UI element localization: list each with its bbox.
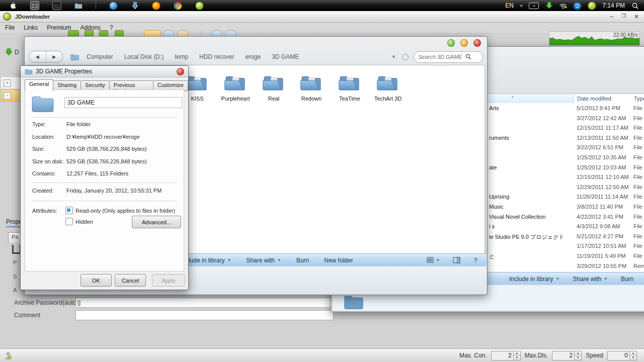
view-options-button[interactable]: ▼ xyxy=(427,257,440,263)
address-dropdown-icon[interactable]: ▼ xyxy=(391,54,396,59)
language-indicator[interactable]: EN xyxy=(505,2,514,9)
command-bar-items: Include in library▼Share with▼BurnNew fo… xyxy=(509,276,644,283)
file-manager-icon[interactable] xyxy=(74,2,83,10)
comment-field[interactable] xyxy=(75,310,334,320)
expand-icon[interactable]: + xyxy=(4,79,11,87)
reconnect-icon[interactable] xyxy=(4,351,12,359)
navigation-buttons: ◀ ▶ xyxy=(29,51,63,63)
column-header-type[interactable]: Type xyxy=(634,96,644,102)
apple-icon[interactable] xyxy=(9,2,17,10)
search-input[interactable] xyxy=(417,53,465,60)
command-burn[interactable]: Burn xyxy=(296,257,309,264)
folder-tile-purpleheart[interactable]: Purpleheart xyxy=(216,74,255,102)
help-icon[interactable]: ? xyxy=(473,256,477,264)
spinner-up-icon[interactable]: ▲ xyxy=(630,351,636,356)
window-minimize-icon[interactable] xyxy=(447,39,455,47)
cancel-button[interactable]: Cancel xyxy=(115,274,146,287)
firefox-icon[interactable] xyxy=(152,2,160,10)
spinner-down-icon[interactable]: ▼ xyxy=(514,356,520,360)
spinner-max-dls: 2▲▼ xyxy=(552,351,582,360)
clock[interactable]: 7:14 PM xyxy=(602,2,625,9)
terminal-icon[interactable]: ›_ xyxy=(52,1,61,10)
advanced-button[interactable]: Advanced... xyxy=(132,216,181,228)
separator xyxy=(31,183,178,183)
command-burn[interactable]: Burn xyxy=(621,276,633,283)
close-icon[interactable]: ✕ xyxy=(634,13,639,20)
jdownloader-titlebar[interactable]: JDownloader – ❐ ✕ xyxy=(0,11,644,23)
spinner-up-icon[interactable]: ▲ xyxy=(575,351,581,356)
breadcrumb-item-local-disk-d[interactable]: Local Disk (D:) xyxy=(124,53,164,60)
file-name: ruments xyxy=(489,135,509,141)
command-new-folder[interactable]: New folder xyxy=(324,257,353,264)
field-label-fragment-1: P xyxy=(13,259,17,265)
command-include-in-library[interactable]: Include in library▼ xyxy=(509,276,559,283)
window-restore-icon[interactable] xyxy=(460,39,468,47)
spinner-down-icon[interactable]: ▼ xyxy=(575,356,581,360)
minimize-icon[interactable]: – xyxy=(610,13,613,20)
jd-globe-icon[interactable] xyxy=(195,2,204,10)
info-label-size-on-disk: Size on disk: xyxy=(32,158,63,164)
chevron-down-icon: ▼ xyxy=(227,258,231,262)
breadcrumb-item-computer[interactable]: Computer xyxy=(87,53,113,60)
command-label: Include in library xyxy=(509,276,553,283)
spinner-value[interactable]: 2 xyxy=(552,351,574,360)
file-date-modified: 11/26/2011 11:14 AM xyxy=(577,194,628,200)
keyboard-icon[interactable]: × xyxy=(529,3,539,9)
folder-label: Real xyxy=(255,96,293,102)
tab-general[interactable]: General xyxy=(25,79,53,91)
spinner-value[interactable]: 2 xyxy=(492,351,513,360)
tab-downloads[interactable]: D xyxy=(5,48,19,56)
ok-button[interactable]: OK xyxy=(80,274,112,287)
field-label-fragment-2: S xyxy=(13,274,17,280)
menu-item-premium[interactable]: Premium xyxy=(47,24,71,31)
forward-button[interactable]: ▶ xyxy=(46,51,63,62)
spinner-up-icon[interactable]: ▲ xyxy=(514,351,520,356)
maximize-icon[interactable]: ❐ xyxy=(621,13,626,20)
back-button[interactable]: ◀ xyxy=(29,51,46,62)
screenshot-icon[interactable] xyxy=(30,1,39,10)
breadcrumb-item-temp[interactable]: temp xyxy=(175,53,188,60)
spinner-value[interactable]: 0 xyxy=(608,351,629,360)
spinner-down-icon[interactable]: ▼ xyxy=(630,356,636,360)
archive-password-field[interactable] xyxy=(75,298,334,308)
folder-tile-teatime[interactable]: TeaTime xyxy=(331,74,369,102)
chevron-down-icon: ▼ xyxy=(604,277,608,281)
info-label-type: Type: xyxy=(32,121,46,127)
preview-pane-icon[interactable] xyxy=(453,257,460,263)
breadcrumb-item-3d-game[interactable]: 3D GAME xyxy=(272,53,299,60)
file-type: File f xyxy=(633,214,644,220)
menu-item-file[interactable]: File xyxy=(5,24,15,31)
folder-tile-techart-3d[interactable]: TechArt 3D xyxy=(369,74,407,102)
folder-tile-redown[interactable]: Redown xyxy=(292,74,331,102)
breadcrumb-item-hdd-recover[interactable]: HDD recover xyxy=(199,53,234,60)
command-share-with[interactable]: Share with▼ xyxy=(246,257,281,264)
window-close-icon[interactable] xyxy=(473,39,481,47)
dialog-close-icon[interactable] xyxy=(177,68,184,75)
spinner-buttons: ▲▼ xyxy=(574,351,581,360)
download-icon[interactable] xyxy=(131,2,139,10)
breadcrumb-item-eroge[interactable]: eroge xyxy=(245,53,261,60)
jd-globe-icon[interactable] xyxy=(588,2,596,10)
dialog-titlebar[interactable]: 3D GAME Properties xyxy=(21,66,188,77)
readonly-checkbox[interactable] xyxy=(65,207,73,214)
wifi-warning-icon[interactable] xyxy=(559,2,567,10)
browser-icon[interactable] xyxy=(109,2,118,10)
column-header-date-modified[interactable]: Date modified xyxy=(577,96,611,102)
folder-tile-real[interactable]: Real xyxy=(255,74,293,102)
hidden-checkbox[interactable] xyxy=(65,218,73,225)
properties-dialog: 3D GAME Properties GeneralSharingSecurit… xyxy=(20,65,189,290)
plus-icon[interactable]: + xyxy=(520,3,523,9)
download-arrow-icon[interactable] xyxy=(545,2,553,10)
chrome-icon[interactable] xyxy=(174,2,182,10)
apply-button[interactable]: Apply xyxy=(152,274,185,287)
collapse-icon[interactable]: − xyxy=(4,92,11,100)
dialog-folder-icon xyxy=(25,68,33,75)
sync-icon[interactable] xyxy=(573,2,582,10)
menu-item-item[interactable]: ? xyxy=(110,24,113,31)
menu-item-links[interactable]: Links xyxy=(24,24,38,31)
folder-name-field[interactable] xyxy=(64,97,182,108)
refresh-icon[interactable] xyxy=(402,54,409,60)
search-icon[interactable] xyxy=(631,2,639,10)
file-date-modified: 3/29/2012 10:55 PM xyxy=(577,263,626,269)
command-share-with[interactable]: Share with▼ xyxy=(573,276,608,283)
